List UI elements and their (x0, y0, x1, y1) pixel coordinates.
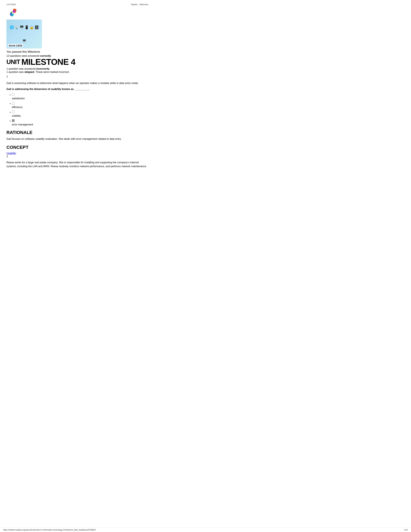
option-label-satisfaction: satisfaction (12, 97, 25, 100)
question-1-number: 1 (6, 75, 148, 78)
options-list: • satisfaction • efficiency • visibility… (6, 93, 148, 126)
checkbox-visibility[interactable] (12, 111, 15, 113)
question-1-body: Gail is examining software to determine … (6, 81, 148, 85)
database-icon: 🗄️ (35, 25, 39, 29)
option-content-efficiency: efficiency (12, 102, 23, 109)
stats-correctly: 13 questions were answered correctly. (6, 55, 148, 57)
checkbox-efficiency[interactable] (12, 102, 15, 104)
milestone-banner: MILESTONE 4 (21, 58, 75, 66)
option-satisfaction: • satisfaction (10, 93, 148, 100)
rationale-text: Gail focuses on software usability evalu… (6, 137, 148, 141)
concept-link[interactable]: Usability (6, 152, 148, 155)
bullet-visibility: • (10, 111, 11, 114)
milestone-banner-prefix: UNIT (6, 59, 20, 65)
rationale-heading: RATIONALE (6, 130, 148, 135)
checkbox-error-management[interactable] (12, 119, 15, 122)
browser-title: Sophia :: Welcome (131, 3, 148, 6)
option-label-visibility: visibility (12, 114, 21, 117)
stats-incorrectly: 1 question was answered incorrectly. (6, 67, 148, 70)
option-error-management: • error management (10, 119, 148, 126)
score-card: 🌐 📡 🖥️ 📱 🔒 🗄️ 💻 Score 13/15 (6, 19, 42, 48)
score-label: Score 13/15 (8, 44, 23, 47)
bullet-error-management: • (10, 120, 11, 123)
passed-text: You passed this Milestone (6, 50, 148, 54)
question-2-number: 2 (6, 155, 148, 158)
option-content-satisfaction: satisfaction (12, 93, 25, 100)
option-visibility: • visibility (10, 111, 148, 117)
checkbox-satisfaction[interactable] (12, 93, 15, 96)
milestone-overlay: UNIT MILESTONE 4 (6, 58, 148, 66)
lock-icon: 🔒 (29, 25, 34, 29)
option-label-efficiency: efficiency (12, 106, 23, 109)
question-1-prompt: Gail is addressing the dimension of usab… (6, 88, 148, 91)
concept-heading: CONCEPT (6, 145, 148, 150)
logo (6, 8, 148, 18)
passed-section: You passed this Milestone (6, 50, 148, 54)
bullet-satisfaction: • (10, 94, 11, 96)
option-content-error-management: error management (12, 119, 33, 126)
browser-date: 11/7/2020 (6, 3, 16, 6)
phone-icon: 📱 (25, 25, 29, 29)
laptop-icon: 💻 (22, 38, 27, 43)
question-2-body: Reesa works for a large real estate comp… (6, 161, 148, 168)
bullet-efficiency: • (10, 102, 11, 105)
option-content-visibility: visibility (12, 111, 21, 117)
option-label-error-management: error management (12, 123, 33, 126)
option-efficiency: • efficiency (10, 102, 148, 109)
stats-skipped: 1 question was skipped. These were marke… (6, 71, 148, 74)
computer-icon: 🖥️ (19, 25, 24, 29)
browser-bar: 11/7/2020 Sophia :: Welcome (6, 3, 148, 6)
router-icon: 📡 (15, 25, 19, 29)
globe-icon: 🌐 (9, 25, 14, 29)
sophia-logo (6, 8, 23, 17)
